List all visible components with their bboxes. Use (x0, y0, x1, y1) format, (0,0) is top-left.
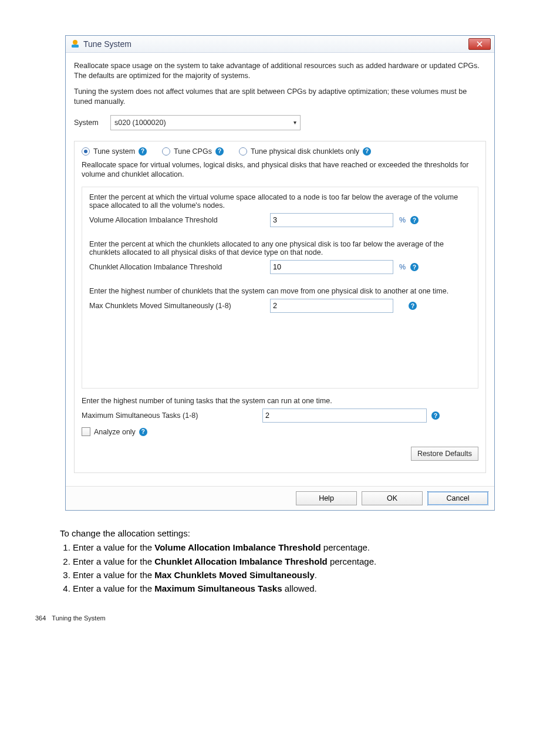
percent-label: % (399, 263, 406, 271)
radio-label: Tune physical disk chunklets only (251, 147, 359, 156)
thresholds-subpanel: Enter the percent at which the virtual v… (82, 187, 478, 389)
radio-icon (239, 147, 247, 156)
intro-paragraph-2: Tuning the system does not affect volume… (74, 87, 486, 107)
document-body: To change the allocation settings: Enter… (60, 528, 525, 595)
app-icon (70, 39, 80, 49)
dialog-footer: Help OK Cancel (66, 486, 494, 510)
doc-step-2: Enter a value for the Chunklet Allocatio… (73, 556, 525, 568)
page-number: 364 (35, 615, 46, 622)
system-dropdown-value: s020 (1000020) (114, 119, 166, 127)
percent-label: % (399, 216, 406, 224)
help-icon[interactable]: ? (410, 216, 419, 224)
max-tasks-desc: Enter the highest number of tuning tasks… (82, 397, 478, 405)
max-tasks-input[interactable] (262, 409, 427, 423)
cancel-button[interactable]: Cancel (427, 491, 488, 505)
dialog-title: Tune System (83, 39, 131, 49)
help-icon[interactable]: ? (431, 411, 440, 420)
ok-button[interactable]: OK (362, 491, 423, 505)
max-chunklets-desc: Enter the highest number of chunklets th… (89, 287, 471, 295)
radio-label: Tune CPGs (174, 147, 212, 156)
doc-step-4: Enter a value for the Maximum Simultaneo… (73, 583, 525, 595)
svg-point-0 (73, 40, 77, 45)
doc-step-3: Enter a value for the Max Chunklets Move… (73, 569, 525, 581)
radio-icon (162, 147, 170, 156)
max-tasks-label: Maximum Simultaneous Tasks (1-8) (82, 411, 258, 420)
volume-threshold-label: Volume Allocation Imbalance Threshold (89, 216, 265, 224)
system-label: System (74, 119, 104, 127)
help-icon[interactable]: ? (139, 428, 147, 436)
radio-tune-cpgs[interactable]: Tune CPGs ? (162, 147, 224, 156)
doc-step-1: Enter a value for the Volume Allocation … (73, 542, 525, 553)
chevron-down-icon: ▾ (294, 119, 296, 126)
system-dropdown[interactable]: s020 (1000020) ▾ (110, 115, 301, 130)
panel-description: Reallocate space for virtual volumes, lo… (82, 160, 478, 180)
svg-rect-1 (72, 45, 79, 48)
help-icon[interactable]: ? (215, 147, 224, 156)
options-panel: Tune system ? Tune CPGs ? Tune physical … (74, 141, 486, 474)
radio-tune-system[interactable]: Tune system ? (82, 147, 147, 156)
help-button[interactable]: Help (296, 491, 357, 505)
help-icon[interactable]: ? (409, 302, 417, 310)
intro-paragraph-1: Reallocate space usage on the system to … (74, 61, 486, 81)
volume-threshold-input[interactable] (270, 213, 393, 227)
volume-threshold-desc: Enter the percent at which the virtual v… (89, 193, 471, 210)
doc-lead: To change the allocation settings: (60, 528, 525, 538)
help-icon[interactable]: ? (410, 263, 419, 271)
page-footer: 364 Tuning the System (35, 615, 525, 622)
help-icon[interactable]: ? (139, 147, 147, 156)
titlebar: Tune System (66, 36, 494, 53)
radio-tune-chunklets[interactable]: Tune physical disk chunklets only ? (239, 147, 371, 156)
max-chunklets-label: Max Chunklets Moved Simultaneously (1-8) (89, 302, 265, 310)
restore-defaults-button[interactable]: Restore Defaults (411, 447, 478, 461)
chunklet-threshold-desc: Enter the percent at which the chunklets… (89, 240, 471, 256)
analyze-only-row[interactable]: Analyze only ? (82, 427, 478, 436)
checkbox-icon (82, 427, 90, 436)
help-icon[interactable]: ? (363, 147, 371, 156)
radio-icon (82, 147, 90, 156)
chunklet-threshold-input[interactable] (270, 260, 393, 274)
radio-label: Tune system (93, 147, 135, 156)
section-title: Tuning the System (52, 615, 105, 622)
tune-system-dialog: Tune System Reallocate space usage on th… (65, 35, 495, 511)
close-button[interactable] (468, 38, 491, 50)
max-chunklets-input[interactable] (270, 299, 393, 313)
analyze-only-label: Analyze only (94, 428, 136, 436)
chunklet-threshold-label: Chunklet Allocation Imbalance Threshold (89, 263, 265, 271)
